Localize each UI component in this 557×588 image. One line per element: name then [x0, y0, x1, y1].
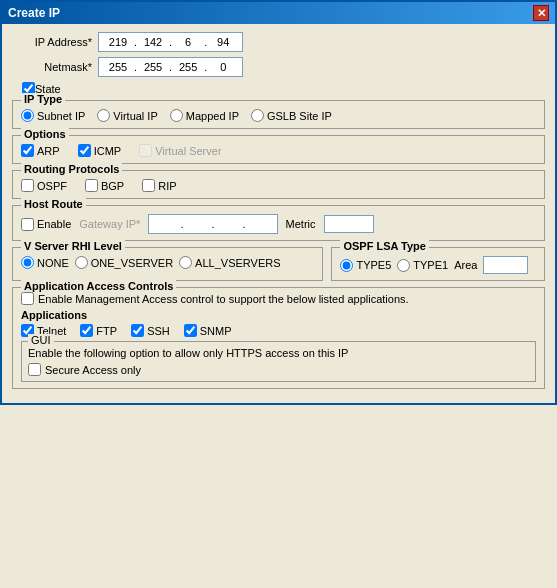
- lsa-type1-label[interactable]: TYPE1: [413, 259, 448, 271]
- close-button[interactable]: ✕: [533, 5, 549, 21]
- enable-mgmt-checkbox[interactable]: [21, 292, 34, 305]
- gateway-octet3[interactable]: [215, 218, 243, 230]
- app-checkboxes-row: Telnet FTP SSH SNMP: [21, 324, 536, 337]
- mapped-ip-label[interactable]: Mapped IP: [186, 110, 239, 122]
- host-route-label: Host Route: [21, 198, 86, 210]
- subnet-ip-label[interactable]: Subnet IP: [37, 110, 85, 122]
- snmp-label[interactable]: SNMP: [200, 325, 232, 337]
- virtual-ip-radio[interactable]: [97, 109, 110, 122]
- ip-octet4[interactable]: [207, 36, 239, 48]
- enable-mgmt-label[interactable]: Enable Management Access control to supp…: [38, 293, 409, 305]
- ospf-label[interactable]: OSPF: [37, 180, 67, 192]
- v-server-rhi-group: V Server RHI Level NONE ONE_VSERVER ALL_…: [12, 247, 323, 281]
- host-enable-checkbox[interactable]: [21, 218, 34, 231]
- rhi-none-radio[interactable]: [21, 256, 34, 269]
- lsa-type5-label[interactable]: TYPE5: [356, 259, 391, 271]
- ip-type-group: IP Type Subnet IP Virtual IP Mapped IP G…: [12, 100, 545, 129]
- host-route-enable-item: Enable: [21, 218, 71, 231]
- ip-type-mapped: Mapped IP: [170, 109, 239, 122]
- netmask-octet4[interactable]: [207, 61, 239, 73]
- snmp-checkbox[interactable]: [184, 324, 197, 337]
- gateway-octet1[interactable]: [152, 218, 180, 230]
- virtual-server-checkbox[interactable]: [139, 144, 152, 157]
- ip-octet1[interactable]: [102, 36, 134, 48]
- rhi-one-radio[interactable]: [75, 256, 88, 269]
- applications-label: Applications: [21, 309, 536, 321]
- ip-type-virtual: Virtual IP: [97, 109, 157, 122]
- ftp-checkbox[interactable]: [80, 324, 93, 337]
- rhi-none-item: NONE: [21, 256, 69, 269]
- secure-access-label[interactable]: Secure Access only: [45, 364, 141, 376]
- ip-address-row: IP Address* . . .: [12, 32, 545, 52]
- ssh-item: SSH: [131, 324, 170, 337]
- gateway-ip-label: Gateway IP*: [79, 218, 140, 230]
- netmask-octet2[interactable]: [137, 61, 169, 73]
- mapped-ip-radio[interactable]: [170, 109, 183, 122]
- rhi-all-radio[interactable]: [179, 256, 192, 269]
- lsa-type5-radio[interactable]: [340, 259, 353, 272]
- virtual-server-item: Virtual Server: [139, 144, 221, 157]
- host-route-row: Enable Gateway IP* . . . Metric: [21, 210, 536, 234]
- snmp-item: SNMP: [184, 324, 232, 337]
- rhi-one-item: ONE_VSERVER: [75, 256, 173, 269]
- netmask-octet3[interactable]: [172, 61, 204, 73]
- routing-group: Routing Protocols OSPF BGP RIP: [12, 170, 545, 199]
- arp-checkbox[interactable]: [21, 144, 34, 157]
- icmp-checkbox[interactable]: [78, 144, 91, 157]
- arp-label[interactable]: ARP: [37, 145, 60, 157]
- lsa-type1-radio[interactable]: [397, 259, 410, 272]
- netmask-octet1[interactable]: [102, 61, 134, 73]
- gateway-octet4[interactable]: [246, 218, 274, 230]
- gslb-ip-radio[interactable]: [251, 109, 264, 122]
- netmask-label: Netmask*: [12, 61, 92, 73]
- rip-checkbox[interactable]: [142, 179, 155, 192]
- area-label: Area: [454, 259, 477, 271]
- ssh-label[interactable]: SSH: [147, 325, 170, 337]
- app-access-label: Application Access Controls: [21, 280, 176, 292]
- rhi-all-label[interactable]: ALL_VSERVERS: [195, 257, 280, 269]
- bgp-item: BGP: [85, 179, 124, 192]
- rip-label[interactable]: RIP: [158, 180, 176, 192]
- ospf-item: OSPF: [21, 179, 67, 192]
- host-enable-label[interactable]: Enable: [37, 218, 71, 230]
- ip-address-label: IP Address*: [12, 36, 92, 48]
- bgp-checkbox[interactable]: [85, 179, 98, 192]
- ip-type-radio-row: Subnet IP Virtual IP Mapped IP GSLB Site…: [21, 105, 536, 122]
- ip-address-input-box: . . .: [98, 32, 243, 52]
- ospf-lsa-group: OSPF LSA Type TYPE5 TYPE1 Area: [331, 247, 545, 281]
- ospf-lsa-label: OSPF LSA Type: [340, 240, 429, 252]
- rhi-none-label[interactable]: NONE: [37, 257, 69, 269]
- ip-type-subnet: Subnet IP: [21, 109, 85, 122]
- form-content: IP Address* . . . Netmask* . . .: [2, 24, 555, 403]
- ip-octet2[interactable]: [137, 36, 169, 48]
- routing-label: Routing Protocols: [21, 163, 122, 175]
- rhi-all-item: ALL_VSERVERS: [179, 256, 280, 269]
- metric-input[interactable]: [324, 215, 374, 233]
- subnet-ip-radio[interactable]: [21, 109, 34, 122]
- secure-access-checkbox[interactable]: [28, 363, 41, 376]
- close-icon: ✕: [537, 7, 546, 20]
- area-input[interactable]: [483, 256, 528, 274]
- gslb-ip-label[interactable]: GSLB Site IP: [267, 110, 332, 122]
- icmp-label[interactable]: ICMP: [94, 145, 122, 157]
- ip-octet3[interactable]: [172, 36, 204, 48]
- virtual-ip-label[interactable]: Virtual IP: [113, 110, 157, 122]
- ftp-label[interactable]: FTP: [96, 325, 117, 337]
- v-server-radio-row: NONE ONE_VSERVER ALL_VSERVERS: [21, 252, 314, 269]
- ssh-checkbox[interactable]: [131, 324, 144, 337]
- create-ip-window: Create IP ✕ IP Address* . . . Netmask* .: [0, 0, 557, 405]
- ip-type-label: IP Type: [21, 93, 65, 105]
- icmp-item: ICMP: [78, 144, 122, 157]
- metric-label: Metric: [286, 218, 316, 230]
- lsa-type1-item: TYPE1: [397, 259, 448, 272]
- bgp-label[interactable]: BGP: [101, 180, 124, 192]
- options-checkbox-row: ARP ICMP Virtual Server: [21, 140, 536, 157]
- title-bar: Create IP ✕: [2, 2, 555, 24]
- gui-label: GUI: [28, 334, 54, 346]
- ospf-checkbox[interactable]: [21, 179, 34, 192]
- rhi-one-label[interactable]: ONE_VSERVER: [91, 257, 173, 269]
- ip-type-gslb: GSLB Site IP: [251, 109, 332, 122]
- gui-group: GUI Enable the following option to allow…: [21, 341, 536, 382]
- virtual-server-label: Virtual Server: [155, 145, 221, 157]
- gateway-octet2[interactable]: [183, 218, 211, 230]
